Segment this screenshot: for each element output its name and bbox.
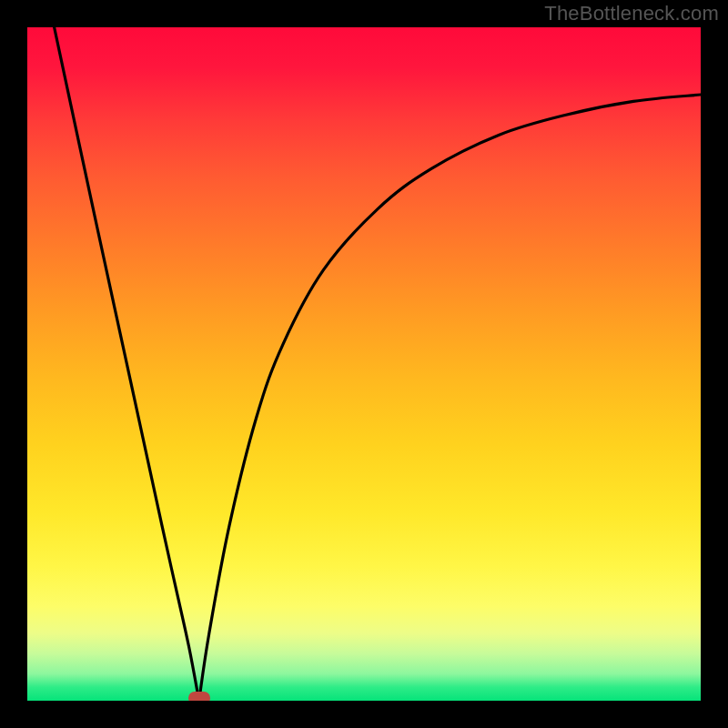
plot-area	[27, 27, 701, 701]
bottleneck-curve	[27, 27, 701, 701]
curve-left-branch	[55, 27, 199, 701]
chart-container: TheBottleneck.com	[0, 0, 728, 728]
watermark-text: TheBottleneck.com	[544, 2, 719, 25]
curve-right-branch	[199, 95, 701, 701]
minimum-marker	[188, 692, 210, 701]
